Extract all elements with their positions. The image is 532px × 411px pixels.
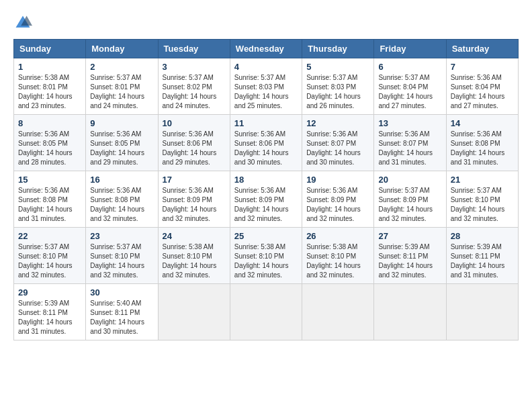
day-number: 27	[378, 231, 441, 241]
day-info: Sunrise: 5:36 AM Sunset: 8:07 PM Dayligh…	[306, 130, 369, 167]
day-cell-27: 27 Sunrise: 5:39 AM Sunset: 8:11 PM Dayl…	[374, 228, 446, 284]
day-number: 5	[306, 62, 369, 72]
day-number: 2	[90, 62, 153, 72]
header-tuesday: Tuesday	[158, 40, 230, 58]
day-number: 8	[18, 118, 81, 128]
day-info: Sunrise: 5:37 AM Sunset: 8:02 PM Dayligh…	[163, 73, 226, 111]
header-wednesday: Wednesday	[230, 40, 302, 58]
day-cell-3: 3 Sunrise: 5:37 AM Sunset: 8:02 PM Dayli…	[158, 58, 230, 115]
day-info: Sunrise: 5:37 AM Sunset: 8:09 PM Dayligh…	[378, 186, 441, 224]
day-info: Sunrise: 5:37 AM Sunset: 8:03 PM Dayligh…	[234, 73, 298, 111]
day-info: Sunrise: 5:38 AM Sunset: 8:10 PM Dayligh…	[234, 242, 298, 280]
header-saturday: Saturday	[446, 40, 518, 58]
day-cell-28: 28 Sunrise: 5:39 AM Sunset: 8:11 PM Dayl…	[446, 228, 518, 284]
day-info: Sunrise: 5:37 AM Sunset: 8:10 PM Dayligh…	[18, 242, 81, 280]
day-cell-26: 26 Sunrise: 5:38 AM Sunset: 8:10 PM Dayl…	[302, 228, 374, 284]
day-cell-1: 1 Sunrise: 5:38 AM Sunset: 8:01 PM Dayli…	[14, 58, 86, 115]
day-number: 6	[378, 62, 441, 72]
day-info: Sunrise: 5:36 AM Sunset: 8:09 PM Dayligh…	[234, 186, 298, 224]
day-cell-23: 23 Sunrise: 5:37 AM Sunset: 8:10 PM Dayl…	[86, 228, 158, 284]
day-number: 22	[18, 231, 81, 241]
day-cell-4: 4 Sunrise: 5:37 AM Sunset: 8:03 PM Dayli…	[230, 58, 302, 115]
day-number: 28	[451, 231, 514, 241]
day-cell-6: 6 Sunrise: 5:37 AM Sunset: 8:04 PM Dayli…	[374, 58, 446, 115]
day-number: 20	[378, 175, 441, 185]
day-info: Sunrise: 5:37 AM Sunset: 8:03 PM Dayligh…	[306, 73, 369, 111]
day-cell-25: 25 Sunrise: 5:38 AM Sunset: 8:10 PM Dayl…	[230, 228, 302, 284]
calendar-header-row: SundayMondayTuesdayWednesdayThursdayFrid…	[14, 40, 519, 58]
day-cell-19: 19 Sunrise: 5:36 AM Sunset: 8:09 PM Dayl…	[302, 171, 374, 228]
day-number: 7	[451, 62, 514, 72]
logo[interactable]	[13, 13, 34, 32]
day-info: Sunrise: 5:36 AM Sunset: 8:05 PM Dayligh…	[18, 130, 81, 167]
day-info: Sunrise: 5:36 AM Sunset: 8:08 PM Dayligh…	[451, 130, 514, 167]
day-info: Sunrise: 5:36 AM Sunset: 8:06 PM Dayligh…	[163, 130, 226, 167]
day-number: 16	[90, 175, 153, 185]
day-cell-16: 16 Sunrise: 5:36 AM Sunset: 8:08 PM Dayl…	[86, 171, 158, 228]
day-info: Sunrise: 5:36 AM Sunset: 8:08 PM Dayligh…	[90, 186, 153, 224]
header-monday: Monday	[86, 40, 158, 58]
day-cell-13: 13 Sunrise: 5:36 AM Sunset: 8:07 PM Dayl…	[374, 115, 446, 171]
day-info: Sunrise: 5:39 AM Sunset: 8:11 PM Dayligh…	[18, 299, 81, 336]
week-row-4: 22 Sunrise: 5:37 AM Sunset: 8:10 PM Dayl…	[14, 228, 519, 284]
day-cell-22: 22 Sunrise: 5:37 AM Sunset: 8:10 PM Dayl…	[14, 228, 86, 284]
day-number: 24	[163, 231, 226, 241]
day-number: 11	[234, 118, 298, 128]
day-info: Sunrise: 5:37 AM Sunset: 8:10 PM Dayligh…	[451, 186, 514, 224]
week-row-2: 8 Sunrise: 5:36 AM Sunset: 8:05 PM Dayli…	[14, 115, 519, 171]
day-number: 18	[234, 175, 298, 185]
week-row-5: 29 Sunrise: 5:39 AM Sunset: 8:11 PM Dayl…	[14, 284, 519, 340]
day-cell-17: 17 Sunrise: 5:36 AM Sunset: 8:09 PM Dayl…	[158, 171, 230, 228]
empty-cell	[374, 284, 446, 340]
day-info: Sunrise: 5:37 AM Sunset: 8:10 PM Dayligh…	[90, 242, 153, 280]
day-info: Sunrise: 5:37 AM Sunset: 8:04 PM Dayligh…	[378, 73, 441, 111]
day-cell-29: 29 Sunrise: 5:39 AM Sunset: 8:11 PM Dayl…	[14, 284, 86, 340]
day-cell-30: 30 Sunrise: 5:40 AM Sunset: 8:11 PM Dayl…	[86, 284, 158, 340]
day-cell-14: 14 Sunrise: 5:36 AM Sunset: 8:08 PM Dayl…	[446, 115, 518, 171]
day-cell-12: 12 Sunrise: 5:36 AM Sunset: 8:07 PM Dayl…	[302, 115, 374, 171]
day-info: Sunrise: 5:38 AM Sunset: 8:01 PM Dayligh…	[18, 73, 81, 111]
day-info: Sunrise: 5:39 AM Sunset: 8:11 PM Dayligh…	[451, 242, 514, 280]
day-cell-8: 8 Sunrise: 5:36 AM Sunset: 8:05 PM Dayli…	[14, 115, 86, 171]
day-number: 19	[306, 175, 369, 185]
day-cell-9: 9 Sunrise: 5:36 AM Sunset: 8:05 PM Dayli…	[86, 115, 158, 171]
day-cell-15: 15 Sunrise: 5:36 AM Sunset: 8:08 PM Dayl…	[14, 171, 86, 228]
empty-cell	[302, 284, 374, 340]
day-number: 23	[90, 231, 153, 241]
day-info: Sunrise: 5:39 AM Sunset: 8:11 PM Dayligh…	[378, 242, 441, 280]
day-cell-20: 20 Sunrise: 5:37 AM Sunset: 8:09 PM Dayl…	[374, 171, 446, 228]
week-row-1: 1 Sunrise: 5:38 AM Sunset: 8:01 PM Dayli…	[14, 58, 519, 115]
day-number: 21	[451, 175, 514, 185]
day-number: 26	[306, 231, 369, 241]
page-header	[13, 13, 519, 32]
day-cell-5: 5 Sunrise: 5:37 AM Sunset: 8:03 PM Dayli…	[302, 58, 374, 115]
empty-cell	[446, 284, 518, 340]
day-number: 15	[18, 175, 81, 185]
day-number: 1	[18, 62, 81, 72]
day-number: 17	[163, 175, 226, 185]
day-info: Sunrise: 5:36 AM Sunset: 8:04 PM Dayligh…	[451, 73, 514, 111]
empty-cell	[230, 284, 302, 340]
day-info: Sunrise: 5:37 AM Sunset: 8:01 PM Dayligh…	[90, 73, 153, 111]
calendar-table: SundayMondayTuesdayWednesdayThursdayFrid…	[13, 39, 519, 340]
day-number: 12	[306, 118, 369, 128]
day-number: 9	[90, 118, 153, 128]
header-sunday: Sunday	[14, 40, 86, 58]
day-number: 13	[378, 118, 441, 128]
day-info: Sunrise: 5:36 AM Sunset: 8:07 PM Dayligh…	[378, 130, 441, 167]
day-info: Sunrise: 5:36 AM Sunset: 8:05 PM Dayligh…	[90, 130, 153, 167]
day-number: 3	[163, 62, 226, 72]
day-number: 14	[451, 118, 514, 128]
day-info: Sunrise: 5:36 AM Sunset: 8:06 PM Dayligh…	[234, 130, 298, 167]
day-cell-21: 21 Sunrise: 5:37 AM Sunset: 8:10 PM Dayl…	[446, 171, 518, 228]
day-cell-24: 24 Sunrise: 5:38 AM Sunset: 8:10 PM Dayl…	[158, 228, 230, 284]
day-cell-2: 2 Sunrise: 5:37 AM Sunset: 8:01 PM Dayli…	[86, 58, 158, 115]
day-number: 29	[18, 287, 81, 298]
day-info: Sunrise: 5:36 AM Sunset: 8:09 PM Dayligh…	[163, 186, 226, 224]
day-info: Sunrise: 5:38 AM Sunset: 8:10 PM Dayligh…	[163, 242, 226, 280]
day-number: 10	[163, 118, 226, 128]
day-info: Sunrise: 5:36 AM Sunset: 8:09 PM Dayligh…	[306, 186, 369, 224]
day-cell-18: 18 Sunrise: 5:36 AM Sunset: 8:09 PM Dayl…	[230, 171, 302, 228]
day-info: Sunrise: 5:40 AM Sunset: 8:11 PM Dayligh…	[90, 299, 153, 336]
day-number: 4	[234, 62, 298, 72]
